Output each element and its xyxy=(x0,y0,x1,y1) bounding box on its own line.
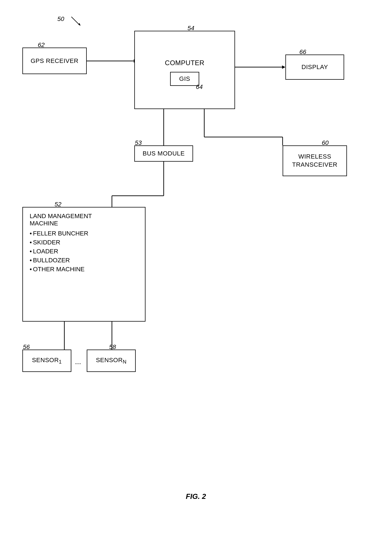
ref-50-label: 50 xyxy=(57,15,64,23)
svg-marker-3 xyxy=(282,65,285,69)
sensorn-sub: N xyxy=(123,359,127,365)
ref-52-label: 52 xyxy=(55,201,61,208)
gis-label: GIS xyxy=(179,75,190,82)
wireless-transceiver-label: WIRELESSTRANSCEIVER xyxy=(292,153,337,169)
ellipsis: ... xyxy=(75,357,81,366)
ref-60-label: 60 xyxy=(322,139,328,147)
sensorn-box: SENSORN xyxy=(87,350,136,372)
sensor1-box: SENSOR1 xyxy=(22,350,71,372)
display-box: DISPLAY xyxy=(285,55,344,80)
ref-64-label: 64 xyxy=(196,83,203,91)
sensor1-label: SENSOR1 xyxy=(32,357,62,365)
gps-receiver-box: GPS RECEIVER xyxy=(22,48,87,74)
svg-line-13 xyxy=(71,17,80,25)
list-item-feller-buncher: FELLER BUNCHER xyxy=(30,230,138,237)
ref-66-label: 66 xyxy=(299,48,306,56)
display-label: DISPLAY xyxy=(302,63,328,71)
ref-53-label: 53 xyxy=(135,139,142,147)
ref-50-arrow xyxy=(64,15,87,29)
list-item-skidder: SKIDDER xyxy=(30,239,138,246)
computer-label: COMPUTER xyxy=(135,59,234,67)
ref-58-label: 58 xyxy=(109,343,116,351)
land-mgmt-title: LAND MANAGEMENTMACHINE xyxy=(30,213,138,227)
ref-54-label: 54 xyxy=(187,25,194,32)
bus-module-label: BUS MODULE xyxy=(143,150,185,157)
sensorn-label: SENSORN xyxy=(96,357,127,365)
list-item-bulldozer: BULLDOZER xyxy=(30,257,138,264)
land-mgmt-list: FELLER BUNCHER SKIDDER LOADER BULLDOZER … xyxy=(30,230,138,273)
list-item-loader: LOADER xyxy=(30,248,138,255)
gps-receiver-label: GPS RECEIVER xyxy=(30,57,78,65)
land-management-box: LAND MANAGEMENTMACHINE FELLER BUNCHER SK… xyxy=(22,207,145,322)
svg-marker-14 xyxy=(78,23,81,26)
figure-label: FIG. 2 xyxy=(154,492,238,501)
sensor1-sub: 1 xyxy=(59,359,62,365)
diagram-container: 50 GPS RECEIVER 62 COMPUTER GIS 54 64 DI… xyxy=(0,0,392,533)
bus-module-box: BUS MODULE xyxy=(134,145,193,162)
ref-56-label: 56 xyxy=(23,343,30,351)
gis-box: GIS xyxy=(170,72,199,86)
wireless-transceiver-box: WIRELESSTRANSCEIVER xyxy=(283,145,347,176)
list-item-other: OTHER MACHINE xyxy=(30,266,138,273)
ref-62-label: 62 xyxy=(38,41,44,49)
computer-box: COMPUTER GIS xyxy=(134,31,235,109)
